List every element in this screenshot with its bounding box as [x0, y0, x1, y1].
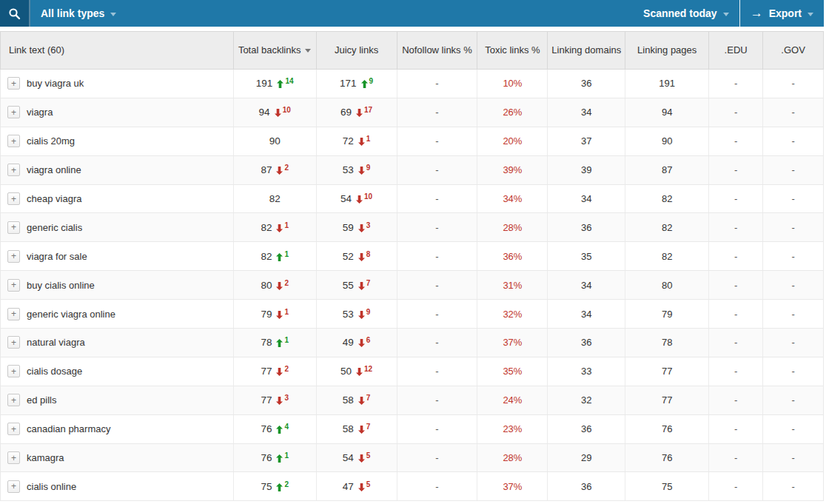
linking-domains-cell: 34 [548, 185, 625, 213]
metric-delta: 5 [366, 452, 371, 460]
cell-value: - [435, 394, 438, 406]
column-header-linking-domains[interactable]: Linking domains [548, 32, 625, 69]
cell-value: 34% [503, 193, 522, 204]
table-row: +buy viagra uk191141719-10%36191-- [1, 70, 823, 98]
expand-row-button[interactable]: + [7, 480, 20, 493]
juicy-links-cell: 545 [317, 444, 397, 472]
nofollow-links-cell: - [397, 271, 478, 299]
metric-delta: 4 [284, 423, 289, 431]
nofollow-links-cell: - [397, 213, 478, 241]
gov-cell: - [763, 213, 823, 241]
column-label: Total backlinks [238, 44, 301, 57]
link-text-cell: +generic viagra online [1, 300, 234, 328]
cell-value: - [435, 193, 438, 204]
linking-domains-cell: 36 [548, 70, 625, 98]
cell-value: - [791, 135, 794, 147]
expand-row-button[interactable]: + [7, 221, 20, 234]
expand-row-button[interactable]: + [7, 279, 20, 292]
expand-row-button[interactable]: + [7, 451, 20, 464]
metric-value: 171 [340, 78, 357, 89]
linking-pages-cell: 76 [625, 415, 709, 443]
metric-delta: 14 [285, 78, 293, 85]
juicy-links-cell: 5410 [317, 185, 397, 213]
link-text: buy viagra uk [27, 78, 84, 89]
metric-delta: 2 [284, 280, 289, 287]
expand-row-button[interactable]: + [7, 77, 20, 90]
metric-change: 5 [358, 482, 371, 491]
column-header-gov[interactable]: .GOV [763, 32, 823, 69]
juicy-links-cell: 587 [317, 386, 397, 414]
increase-arrow-icon [276, 426, 283, 434]
column-header-toxic-links[interactable]: Toxic links % [477, 32, 548, 69]
table-row: +cialis online752475-37%3675-- [1, 472, 823, 501]
metric-delta: 17 [364, 107, 372, 114]
cell-value: 82 [662, 251, 672, 262]
cell-value: - [791, 309, 794, 320]
decrease-arrow-icon [358, 426, 365, 434]
link-text: viagra online [27, 164, 81, 175]
cell-value: 37 [581, 135, 591, 147]
linking-domains-cell: 34 [548, 98, 625, 127]
cell-value: - [435, 251, 438, 262]
expand-row-button[interactable]: + [7, 423, 20, 435]
linking-pages-cell: 77 [625, 386, 709, 414]
total-backlinks-cell: 802 [234, 271, 317, 299]
export-dropdown[interactable]: → Export [740, 0, 824, 27]
table-row: +natural viagra781496-37%3678-- [1, 329, 823, 357]
linking-pages-cell: 90 [625, 127, 709, 155]
chevron-down-icon [110, 13, 116, 16]
cell-value: - [435, 280, 438, 291]
expand-row-button[interactable]: + [7, 164, 20, 176]
metric-value: 69 [340, 107, 352, 118]
expand-row-button[interactable]: + [7, 250, 20, 263]
metric-value: 59 [343, 222, 354, 233]
cell-value: 36 [581, 423, 591, 434]
cell-value: 34 [581, 309, 591, 320]
column-header-total-backlinks[interactable]: Total backlinks [234, 32, 317, 69]
link-text: viagra [27, 107, 53, 118]
cell-value: - [791, 164, 794, 175]
link-text: generic cialis [27, 222, 82, 233]
cell-value: 90 [662, 135, 672, 147]
cell-value: 39 [581, 164, 591, 175]
expand-row-button[interactable]: + [7, 365, 20, 377]
metric-change: 7 [358, 280, 371, 290]
metric-value: 52 [343, 251, 354, 262]
cell-value: - [734, 193, 737, 204]
cell-value: - [734, 366, 737, 377]
gov-cell: - [763, 70, 823, 98]
column-header-nofollow-links[interactable]: Nofollow links % [397, 32, 478, 69]
search-button[interactable] [0, 0, 30, 27]
cell-value: 76 [662, 423, 672, 434]
linking-pages-cell: 77 [625, 357, 709, 386]
scan-status-dropdown[interactable]: Scanned today [633, 0, 739, 27]
edu-cell: - [709, 70, 763, 98]
column-header-juicy-links[interactable]: Juicy links [317, 32, 397, 69]
link-type-filter-dropdown[interactable]: All link types [30, 0, 127, 27]
gov-cell: - [763, 415, 823, 443]
expand-row-button[interactable]: + [7, 106, 20, 118]
column-header-linking-pages[interactable]: Linking pages [625, 32, 709, 69]
cell-value: 26% [503, 107, 522, 118]
metric-delta: 1 [284, 309, 289, 316]
gov-cell: - [763, 444, 823, 472]
total-backlinks-cell: 781 [234, 329, 317, 357]
juicy-links-cell: 593 [317, 213, 397, 241]
expand-row-button[interactable]: + [7, 336, 20, 349]
increase-arrow-icon [276, 483, 283, 491]
cell-value: 39% [503, 164, 522, 175]
expand-row-button[interactable]: + [7, 192, 20, 205]
nofollow-links-cell: - [397, 98, 478, 127]
cell-value: - [734, 135, 737, 147]
expand-row-button[interactable]: + [7, 394, 20, 406]
linking-pages-cell: 78 [625, 329, 709, 357]
cell-value: - [435, 135, 438, 147]
column-label: Link text (60) [9, 44, 64, 57]
column-header-link-text[interactable]: Link text (60) [1, 32, 234, 69]
metric-value: 78 [261, 337, 272, 348]
expand-row-button[interactable]: + [7, 308, 20, 320]
expand-row-button[interactable]: + [7, 135, 20, 147]
linking-domains-cell: 36 [548, 472, 625, 500]
column-header-edu[interactable]: .EDU [709, 32, 763, 69]
gov-cell: - [763, 98, 823, 127]
